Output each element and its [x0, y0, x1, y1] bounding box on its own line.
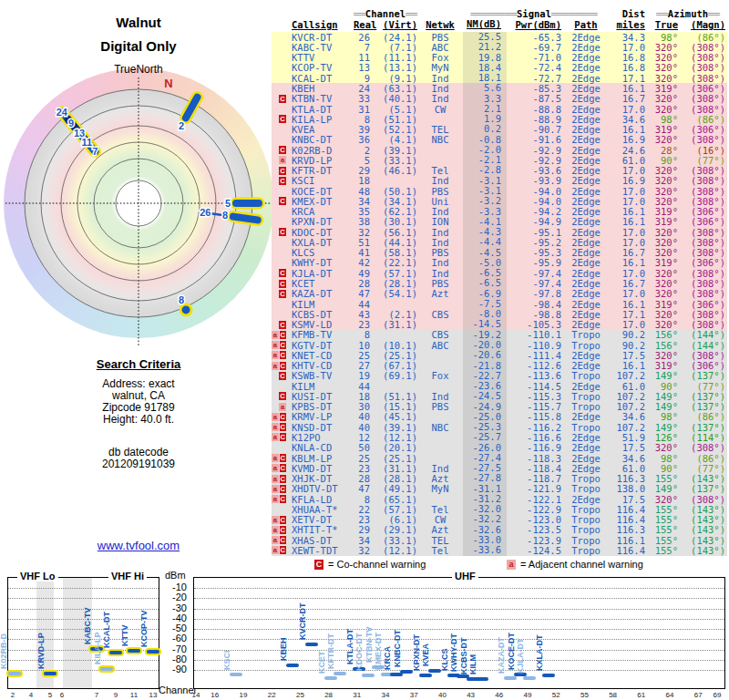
- cell-distance: 16.1: [611, 299, 645, 310]
- cell-callsign: XHDTV-DT: [292, 483, 348, 494]
- cell-real-channel: 50: [354, 442, 370, 453]
- cell-distance: 107.2: [611, 401, 645, 412]
- warning-badges: aC: [272, 454, 286, 462]
- co-channel-warning-badge: C: [279, 280, 286, 288]
- cell-network: Tel: [423, 504, 457, 515]
- cell-power: -97.4: [512, 278, 561, 289]
- cell-azimuth-magnetic: (16°): [683, 145, 725, 156]
- cell-real-channel: 18: [354, 391, 370, 402]
- cell-azimuth-magnetic: (308°): [683, 247, 725, 258]
- station-row: CKSMV-LD23(31.1)-14.5-105.32Edge17.0320°…: [272, 319, 727, 329]
- warning-badges: C: [272, 115, 286, 123]
- cell-power: -118.3: [512, 453, 561, 464]
- cell-real-channel: 40: [354, 411, 370, 422]
- cell-power: -71.0: [512, 52, 561, 63]
- cell-virtual-channel: (57.1): [375, 268, 417, 279]
- cell-callsign: XETV-DT: [292, 514, 348, 525]
- cell-azimuth-magnetic: (86°): [683, 114, 725, 125]
- cell-azimuth-magnetic: (114°): [683, 432, 725, 443]
- cell-power: -72.7: [512, 73, 561, 84]
- cell-path: 2Edge: [567, 216, 605, 227]
- signal-bar: [8, 672, 21, 675]
- cell-path: 2Edge: [567, 453, 605, 464]
- co-channel-warning-badge: C: [280, 362, 287, 370]
- cell-power: -94.0: [512, 196, 561, 207]
- adjacent-warning-badge: a: [272, 351, 279, 359]
- cell-azimuth-true: 320°: [651, 237, 678, 248]
- radar-channel-label: 26: [200, 207, 210, 218]
- cell-power: -98.8: [512, 309, 561, 320]
- channel-tick: 55: [580, 691, 589, 699]
- cell-distance: 116.3: [611, 473, 645, 484]
- cell-path: 2Edge: [567, 73, 605, 84]
- adjacent-warning-badge: a: [272, 516, 279, 524]
- bar-callsign-label: KLCS: [440, 649, 449, 672]
- cell-callsign: XHUAA-T*: [292, 504, 348, 515]
- cell-real-channel: 40: [354, 422, 370, 433]
- co-channel-warning-badge: C: [280, 516, 287, 524]
- cell-azimuth-true: 319°: [651, 83, 678, 94]
- cell-azimuth-magnetic: (143°): [683, 535, 725, 546]
- cell-network: Ind: [423, 237, 457, 248]
- cell-azimuth-true: 319°: [651, 206, 678, 217]
- cell-real-channel: 31: [354, 104, 370, 115]
- cell-power: -85.3: [512, 83, 561, 94]
- warning-badges: aC: [272, 362, 286, 370]
- cell-real-channel: 48: [354, 186, 370, 197]
- tvfool-link[interactable]: www.tvfool.com: [98, 539, 180, 552]
- search-city-line: walnut, CA: [27, 389, 250, 402]
- adjacent-warning-badge: a: [272, 454, 279, 462]
- warning-badges: aC: [272, 351, 286, 359]
- cell-real-channel: 24: [354, 83, 370, 94]
- cell-callsign: KILA-LP: [292, 114, 348, 125]
- channel-tick: 69: [714, 691, 722, 699]
- cell-virtual-channel: (28.1): [375, 278, 417, 289]
- warning-badges: C: [272, 177, 286, 185]
- cell-real-channel: 35: [354, 206, 370, 217]
- co-channel-warning-badge: C: [279, 372, 286, 380]
- bar-callsign-label: KBEH: [279, 637, 288, 661]
- cell-power: -115.8: [512, 411, 561, 422]
- cell-network: PBS: [423, 32, 457, 43]
- db-datecode-value: 201209191039: [27, 458, 250, 470]
- cell-distance: 90.2: [611, 340, 645, 351]
- cell-noise-margin: -20.6: [463, 350, 507, 360]
- group-header-channel: ══Channel══: [354, 8, 417, 19]
- warning-badges: C: [272, 197, 286, 205]
- station-row: KXLA-DT51(44.1)Ind-4.4-95.22Edge17.0320°…: [272, 237, 727, 247]
- cell-virtual-channel: (20.1): [375, 442, 417, 453]
- cell-power: -97.4: [512, 268, 561, 279]
- station-row: aCXEWT-TDT32(12.1)Tel-33.6-124.5Tropo116…: [272, 545, 727, 555]
- cell-callsign: KNLA-CD: [292, 442, 348, 453]
- bar-callsign-label: KVEA: [421, 643, 430, 666]
- cell-noise-margin: 0.2: [463, 124, 507, 134]
- bar-callsign-label: KWHY-DT: [449, 633, 458, 672]
- cell-distance: 17.5: [611, 350, 645, 361]
- bar-callsign-label: KPXN-DT: [412, 634, 421, 671]
- cell-azimuth-true: 320°: [651, 247, 678, 258]
- cell-distance: 16.7: [611, 278, 645, 289]
- cell-power: -105.3: [512, 319, 561, 330]
- cell-azimuth-magnetic: (77°): [683, 381, 725, 392]
- cell-azimuth-magnetic: (308°): [683, 62, 725, 73]
- cell-power: -72.4: [512, 62, 561, 73]
- cell-path: 2Edge: [567, 494, 605, 505]
- signal-bar: [100, 667, 113, 671]
- cell-path: 2Edge: [567, 83, 605, 94]
- cell-azimuth-true: 320°: [651, 42, 678, 53]
- cell-azimuth-magnetic: (308°): [683, 268, 725, 279]
- cell-azimuth-magnetic: (308°): [683, 196, 725, 207]
- cell-real-channel: 28: [354, 278, 370, 289]
- dbm-tick: -70: [172, 643, 187, 654]
- cell-azimuth-true: 320°: [651, 93, 678, 104]
- cell-distance: 17.0: [611, 186, 645, 197]
- bar-callsign-label: KABC-TV: [83, 608, 92, 645]
- cell-real-channel: 11: [354, 52, 370, 63]
- cell-virtual-channel: (51.1): [375, 391, 417, 402]
- channel-tick: 13: [149, 691, 158, 699]
- radar-marker: 826: [200, 207, 258, 221]
- col-path: Path: [567, 19, 605, 30]
- cell-azimuth-true: 320°: [651, 227, 678, 238]
- cell-callsign: KPXN-DT: [292, 216, 348, 227]
- cell-path: 2Edge: [567, 196, 605, 207]
